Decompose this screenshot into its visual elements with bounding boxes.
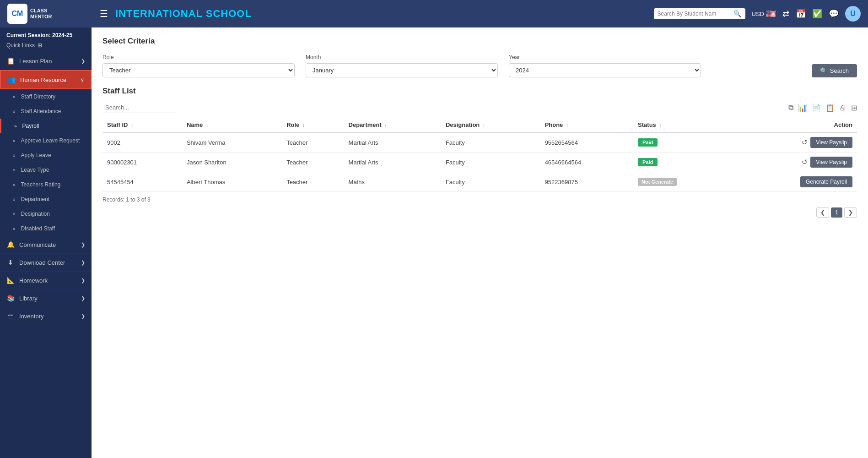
sub-arrow-icon: » [13, 168, 16, 173]
chevron-right-icon: ❯ [81, 58, 85, 64]
sidebar-item-label: Human Resource [20, 76, 66, 83]
cell-department: Martial Arts [344, 132, 441, 153]
sort-icon[interactable]: ↕ [206, 123, 208, 128]
hamburger-button[interactable]: ☰ [100, 8, 108, 19]
cell-role: Teacher [282, 172, 344, 192]
sidebar-item-disabled-staff[interactable]: » Disabled Staff [0, 221, 92, 236]
logo-icon: CM [7, 4, 27, 24]
sub-arrow-icon: » [13, 138, 16, 143]
export-excel-icon[interactable]: 📊 [798, 104, 807, 112]
flag-icon: 🇺🇸 [766, 9, 776, 19]
sidebar-sub-label: Staff Attendance [21, 108, 61, 114]
generate-payroll-button[interactable]: Generate Payroll [800, 176, 852, 187]
sidebar-item-teachers-rating[interactable]: » Teachers Rating [0, 177, 92, 192]
search-button[interactable]: 🔍 Search [812, 64, 857, 77]
sort-icon[interactable]: ↕ [659, 123, 661, 128]
chevron-right-icon: ❯ [81, 295, 85, 301]
table-toolbar: ⧉ 📊 📄 📋 🖨 ⊞ [102, 102, 857, 113]
col-designation: Designation ↕ [441, 118, 540, 132]
next-page-button[interactable]: ❯ [844, 207, 857, 218]
download-icon: ⬇ [6, 259, 15, 266]
sort-icon[interactable]: ↕ [483, 123, 485, 128]
table-row: 900002301 Jason Sharlton Teacher Martial… [102, 153, 857, 172]
sidebar-item-department[interactable]: » Department [0, 192, 92, 207]
sidebar-item-human-resource[interactable]: 👥 Human Resource ∨ [0, 70, 92, 89]
sidebar-item-apply-leave[interactable]: » Apply Leave [0, 148, 92, 163]
lesson-plan-icon: 📋 [6, 57, 15, 65]
columns-icon[interactable]: ⊞ [851, 104, 857, 112]
sidebar-item-staff-directory[interactable]: » Staff Directory [0, 89, 92, 104]
year-select[interactable]: 2024202320222021 [509, 63, 701, 77]
sidebar-item-homework[interactable]: 📐 Homework ❯ [0, 272, 92, 289]
sidebar-item-inventory[interactable]: 🗃 Inventory ❯ [0, 307, 92, 325]
role-form-group: Role Teacher Admin Principal Accountant [102, 54, 295, 77]
sidebar-item-communicate[interactable]: 🔔 Communicate ❯ [0, 236, 92, 254]
sidebar-item-staff-attendance[interactable]: » Staff Attendance [0, 104, 92, 119]
sidebar-sub-label: Designation [21, 211, 50, 217]
calendar-icon[interactable]: 📅 [796, 9, 806, 19]
sort-icon[interactable]: ↕ [302, 123, 305, 128]
human-resource-icon: 👥 [7, 76, 16, 83]
export-pdf-icon[interactable]: 📋 [825, 104, 835, 112]
school-title: INTERNATIONAL SCHOOL [115, 8, 648, 20]
search-btn-icon: 🔍 [820, 67, 827, 74]
cell-designation: Faculty [441, 132, 540, 153]
student-search-box[interactable]: 🔍 [654, 8, 745, 19]
sub-arrow-icon: » [13, 153, 16, 158]
sidebar-item-approve-leave[interactable]: » Approve Leave Request [0, 133, 92, 148]
sidebar-item-download-center[interactable]: ⬇ Download Center ❯ [0, 254, 92, 272]
staff-list-section: Staff List ⧉ 📊 📄 📋 🖨 ⊞ Staff ID ↕ Name ↕ [102, 87, 857, 218]
criteria-row: Role Teacher Admin Principal Accountant … [102, 54, 857, 77]
col-staff-id: Staff ID ↕ [102, 118, 182, 132]
sub-arrow-icon: » [13, 197, 16, 202]
refresh-icon[interactable]: ↺ [802, 158, 808, 166]
prev-page-button[interactable]: ❮ [816, 207, 829, 218]
sidebar-item-library[interactable]: 📚 Library ❯ [0, 289, 92, 307]
cell-status: Paid [633, 153, 732, 172]
table-row: 9002 Shivam Verma Teacher Martial Arts F… [102, 132, 857, 153]
role-label: Role [102, 54, 295, 60]
sort-icon[interactable]: ↕ [384, 123, 387, 128]
sub-arrow-icon: » [13, 212, 16, 217]
currency-display[interactable]: USD 🇺🇸 [752, 9, 776, 19]
role-select[interactable]: Teacher Admin Principal Accountant [102, 63, 295, 77]
sidebar-item-designation[interactable]: » Designation [0, 207, 92, 221]
col-department: Department ↕ [344, 118, 441, 132]
tasks-icon[interactable]: ✅ [812, 9, 822, 19]
export-csv-icon[interactable]: 📄 [812, 104, 821, 112]
page-1-button[interactable]: 1 [831, 207, 842, 218]
print-icon[interactable]: 🖨 [839, 104, 846, 112]
session-label: Current Session: 2024-25 [6, 32, 85, 38]
criteria-fields: Role Teacher Admin Principal Accountant … [102, 54, 701, 77]
sidebar-item-label: Homework [19, 277, 48, 284]
sort-icon[interactable]: ↕ [131, 123, 133, 128]
records-info: Records: 1 to 3 of 3 [102, 196, 857, 203]
copy-icon[interactable]: ⧉ [788, 104, 793, 112]
student-search-input[interactable] [658, 11, 731, 17]
view-payslip-button[interactable]: View Payslip [810, 137, 852, 148]
col-action: Action [732, 118, 857, 132]
refresh-icon[interactable]: ↺ [802, 138, 808, 147]
cell-name: Jason Sharlton [182, 153, 282, 172]
action-cell: ↺ View Payslip [736, 157, 852, 168]
month-select[interactable]: JanuaryFebruaryMarch AprilMayJune JulyAu… [306, 63, 498, 77]
user-avatar[interactable]: U [845, 6, 861, 22]
sidebar-item-payroll[interactable]: » Payroll [0, 119, 92, 133]
cell-status: Not Generate [633, 172, 732, 192]
sub-arrow-icon: » [13, 94, 16, 99]
sidebar-item-lesson-plan[interactable]: 📋 Lesson Plan ❯ [0, 52, 92, 70]
cell-staff-id: 900002301 [102, 153, 182, 172]
whatsapp-icon[interactable]: 💬 [829, 9, 839, 19]
quick-links[interactable]: Quick Links ⊞ [0, 41, 92, 52]
cell-staff-id: 9002 [102, 132, 182, 153]
chevron-down-icon: ∨ [81, 77, 84, 83]
cell-action: Generate Payroll [732, 172, 857, 192]
sub-arrow-icon: » [13, 226, 16, 231]
status-badge: Paid [638, 158, 658, 166]
view-payslip-button[interactable]: View Payslip [810, 157, 852, 168]
cell-staff-id: 54545454 [102, 172, 182, 192]
sidebar-item-leave-type[interactable]: » Leave Type [0, 163, 92, 177]
transfer-icon[interactable]: ⇄ [782, 9, 789, 19]
sort-icon[interactable]: ↕ [566, 123, 568, 128]
table-search-input[interactable] [102, 102, 176, 113]
